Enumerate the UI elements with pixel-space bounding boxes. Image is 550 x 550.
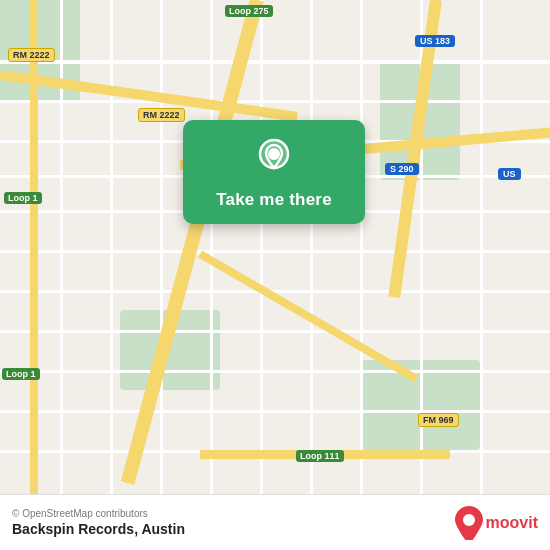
road	[0, 250, 550, 253]
road	[60, 0, 63, 500]
place-info: © OpenStreetMap contributors Backspin Re…	[12, 508, 185, 537]
road	[0, 410, 550, 413]
loop1-label-2: Loop 1	[2, 368, 40, 380]
road	[310, 0, 313, 500]
road	[110, 0, 113, 500]
take-me-there-label: Take me there	[216, 190, 332, 210]
osm-attribution: © OpenStreetMap contributors	[12, 508, 185, 519]
loop111-label: Loop 111	[296, 450, 344, 462]
us183-label: US 183	[415, 35, 455, 47]
map-container: RM 2222 RM 2222 Loop 275 US 183 S 290 Lo…	[0, 0, 550, 550]
road	[0, 370, 550, 373]
rm2222-label-1: RM 2222	[8, 48, 55, 62]
take-me-there-card[interactable]: Take me there	[183, 120, 365, 224]
road	[0, 330, 550, 333]
road	[0, 100, 550, 103]
us-label: US	[498, 168, 521, 180]
svg-point-2	[463, 514, 475, 526]
road	[360, 0, 363, 500]
us290-label: S 290	[385, 163, 419, 175]
road	[160, 0, 163, 500]
road	[480, 0, 483, 500]
rm2222-label-2: RM 2222	[138, 108, 185, 122]
moovit-pin-icon	[455, 506, 483, 540]
fm969-label: FM 969	[418, 413, 459, 427]
location-pin-icon	[252, 136, 296, 180]
road	[0, 60, 550, 64]
moovit-logo: moovit	[455, 506, 538, 540]
loop275-label: Loop 275	[225, 5, 273, 17]
place-name: Backspin Records, Austin	[12, 521, 185, 537]
road	[210, 0, 213, 500]
loop1-label-1: Loop 1	[4, 192, 42, 204]
moovit-brand-text: moovit	[486, 514, 538, 532]
bottom-bar: © OpenStreetMap contributors Backspin Re…	[0, 494, 550, 550]
road	[260, 0, 263, 500]
svg-point-1	[268, 148, 280, 160]
